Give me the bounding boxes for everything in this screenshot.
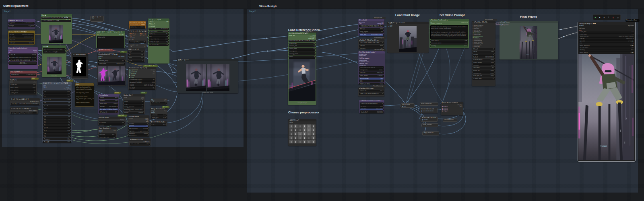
svg-text:SWAP: SWAP [600,145,607,148]
